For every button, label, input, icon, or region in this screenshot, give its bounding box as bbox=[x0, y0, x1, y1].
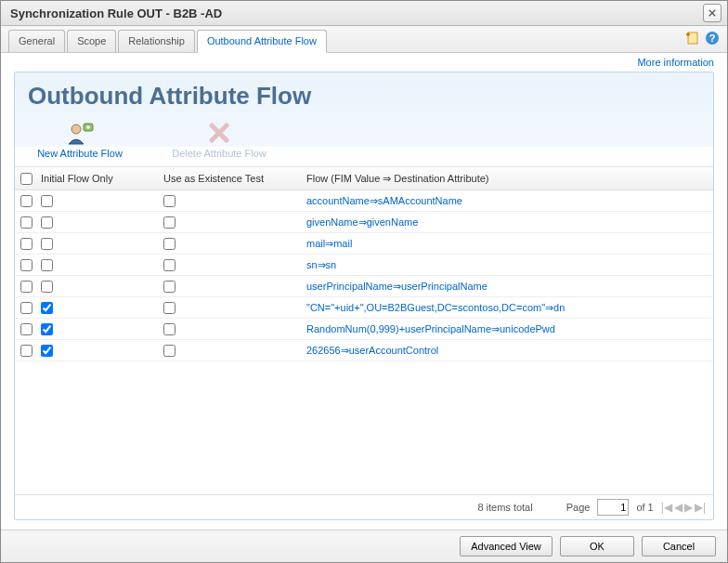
initial-flow-checkbox[interactable] bbox=[41, 323, 53, 335]
row-select-checkbox[interactable] bbox=[20, 345, 32, 357]
existence-test-checkbox[interactable] bbox=[163, 195, 176, 207]
initial-flow-checkbox[interactable] bbox=[41, 195, 53, 207]
existence-test-checkbox[interactable] bbox=[163, 281, 176, 293]
row-select-checkbox[interactable] bbox=[20, 195, 32, 207]
dialog-button-bar: Advanced View OK Cancel bbox=[1, 530, 727, 562]
row-select-checkbox[interactable] bbox=[20, 259, 32, 271]
attribute-flow-grid: Initial Flow Only Use as Existence Test … bbox=[15, 166, 713, 519]
initial-flow-checkbox[interactable] bbox=[41, 238, 53, 250]
svg-text:?: ? bbox=[709, 33, 716, 44]
content-area: Outbound Attribute Flow New Attribute Fl… bbox=[1, 72, 727, 530]
tab-general[interactable]: General bbox=[8, 30, 65, 52]
initial-flow-checkbox[interactable] bbox=[41, 281, 53, 293]
user-plus-icon bbox=[63, 120, 97, 146]
row-select-checkbox[interactable] bbox=[20, 323, 32, 335]
info-bar: More information bbox=[1, 53, 727, 72]
panel-toolbar: New Attribute Flow Delete Attribute Flow bbox=[15, 114, 713, 166]
page-last-icon[interactable]: ▶| bbox=[695, 501, 706, 514]
table-row[interactable]: "CN="+uid+",OU=B2BGuest,DC=scontoso,DC=c… bbox=[15, 297, 713, 319]
flow-mapping-link[interactable]: RandomNum(0,999)+userPrincipalName⇒unico… bbox=[306, 323, 555, 334]
new-attribute-flow-label: New Attribute Flow bbox=[37, 148, 123, 159]
flow-mapping-link[interactable]: "CN="+uid+",OU=B2BGuest,DC=scontoso,DC=c… bbox=[306, 302, 565, 313]
delete-attribute-flow-button: Delete Attribute Flow bbox=[163, 120, 275, 159]
page-of-total: of 1 bbox=[636, 502, 653, 513]
tab-scope[interactable]: Scope bbox=[67, 30, 116, 52]
tab-bar: General Scope Relationship Outbound Attr… bbox=[1, 26, 727, 53]
tabbar-actions: ? bbox=[684, 31, 720, 46]
grid-header: Initial Flow Only Use as Existence Test … bbox=[15, 167, 713, 190]
pager-nav: |◀ ◀ ▶ ▶| bbox=[661, 501, 706, 514]
flow-mapping-link[interactable]: mail⇒mail bbox=[306, 238, 352, 249]
cancel-button[interactable]: Cancel bbox=[642, 536, 716, 556]
help-icon[interactable]: ? bbox=[705, 31, 720, 46]
existence-test-checkbox[interactable] bbox=[163, 302, 176, 314]
table-row[interactable]: mail⇒mail bbox=[15, 233, 713, 255]
new-item-icon[interactable] bbox=[684, 31, 699, 46]
row-select-checkbox[interactable] bbox=[20, 216, 32, 229]
table-row[interactable]: sn⇒sn bbox=[15, 255, 713, 276]
page-next-icon[interactable]: ▶ bbox=[684, 501, 693, 514]
grid-body: accountName⇒sAMAccountNamegivenName⇒give… bbox=[15, 190, 713, 494]
initial-flow-checkbox[interactable] bbox=[41, 345, 53, 357]
flow-mapping-link[interactable]: 262656⇒userAccountControl bbox=[306, 345, 438, 356]
table-row[interactable]: RandomNum(0,999)+userPrincipalName⇒unico… bbox=[15, 319, 713, 340]
table-row[interactable]: givenName⇒givenName bbox=[15, 212, 713, 233]
svg-point-3 bbox=[72, 124, 81, 134]
new-attribute-flow-button[interactable]: New Attribute Flow bbox=[24, 120, 136, 159]
dialog-window: Synchronization Rule OUT - B2B -AD Gener… bbox=[0, 0, 728, 563]
delete-x-icon bbox=[202, 120, 236, 146]
more-information-link[interactable]: More information bbox=[637, 57, 714, 68]
close-icon bbox=[708, 9, 716, 17]
ok-button[interactable]: OK bbox=[560, 536, 634, 556]
initial-flow-checkbox[interactable] bbox=[41, 302, 53, 314]
table-row[interactable]: 262656⇒userAccountControl bbox=[15, 340, 713, 361]
row-select-checkbox[interactable] bbox=[20, 238, 32, 250]
close-button[interactable] bbox=[703, 4, 722, 22]
page-prev-icon[interactable]: ◀ bbox=[674, 501, 682, 514]
grid-footer: 8 items total Page of 1 |◀ ◀ ▶ ▶| bbox=[15, 494, 713, 519]
flow-mapping-link[interactable]: accountName⇒sAMAccountName bbox=[306, 195, 462, 206]
initial-flow-checkbox[interactable] bbox=[41, 216, 53, 229]
tab-relationship[interactable]: Relationship bbox=[118, 30, 195, 52]
table-row[interactable]: userPrincipalName⇒userPrincipalName bbox=[15, 276, 713, 297]
page-number-input[interactable] bbox=[597, 499, 629, 516]
existence-test-checkbox[interactable] bbox=[163, 259, 176, 271]
select-all-checkbox[interactable] bbox=[20, 173, 32, 185]
panel-header: Outbound Attribute Flow bbox=[15, 72, 713, 114]
flow-mapping-link[interactable]: givenName⇒givenName bbox=[306, 216, 418, 228]
existence-test-checkbox[interactable] bbox=[163, 216, 176, 229]
flow-mapping-link[interactable]: userPrincipalName⇒userPrincipalName bbox=[306, 281, 488, 292]
page-first-icon[interactable]: |◀ bbox=[661, 501, 672, 514]
attribute-flow-panel: Outbound Attribute Flow New Attribute Fl… bbox=[14, 72, 714, 520]
initial-flow-checkbox[interactable] bbox=[41, 259, 53, 271]
row-select-checkbox[interactable] bbox=[20, 281, 32, 293]
tab-outbound-attribute-flow[interactable]: Outbound Attribute Flow bbox=[197, 30, 327, 53]
table-row[interactable]: accountName⇒sAMAccountName bbox=[15, 190, 713, 212]
existence-test-checkbox[interactable] bbox=[163, 345, 176, 357]
col-header-initial[interactable]: Initial Flow Only bbox=[37, 173, 160, 184]
titlebar: Synchronization Rule OUT - B2B -AD bbox=[1, 1, 727, 26]
flow-mapping-link[interactable]: sn⇒sn bbox=[306, 259, 336, 270]
page-label: Page bbox=[566, 502, 591, 513]
col-header-flow[interactable]: Flow (FIM Value ⇒ Destination Attribute) bbox=[303, 173, 713, 185]
window-title: Synchronization Rule OUT - B2B -AD bbox=[10, 7, 222, 20]
col-header-existence[interactable]: Use as Existence Test bbox=[160, 173, 303, 184]
existence-test-checkbox[interactable] bbox=[163, 323, 176, 335]
items-total-label: 8 items total bbox=[477, 502, 532, 513]
row-select-checkbox[interactable] bbox=[20, 302, 32, 314]
panel-heading: Outbound Attribute Flow bbox=[28, 82, 700, 111]
advanced-view-button[interactable]: Advanced View bbox=[460, 536, 552, 556]
delete-attribute-flow-label: Delete Attribute Flow bbox=[172, 148, 266, 159]
existence-test-checkbox[interactable] bbox=[163, 238, 176, 250]
